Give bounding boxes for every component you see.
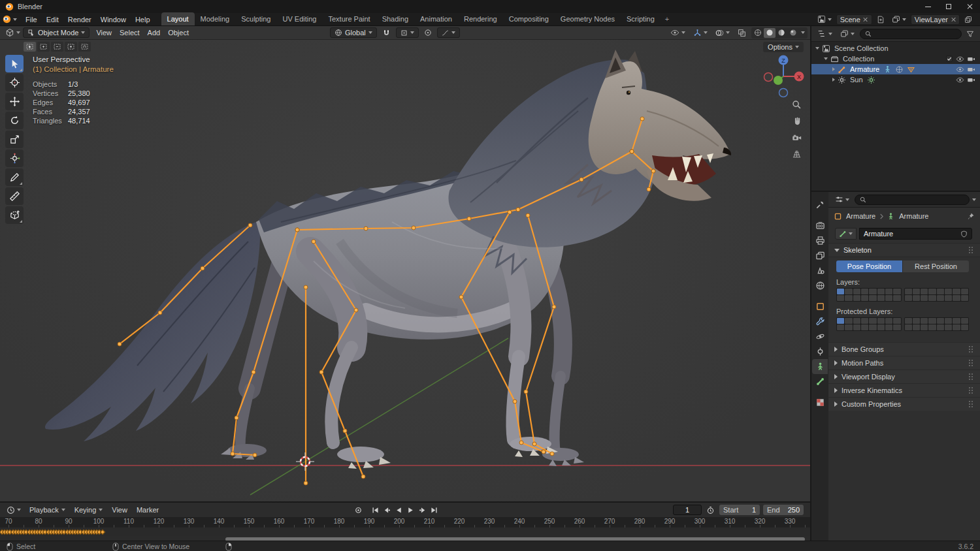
- properties-tab-render[interactable]: [812, 218, 828, 233]
- layer-toggle[interactable]: [921, 318, 928, 324]
- outliner-row-sun[interactable]: Sun: [811, 74, 980, 85]
- layer-toggle[interactable]: [877, 324, 885, 330]
- layer-toggle[interactable]: [837, 295, 844, 301]
- outliner-filter-icon[interactable]: [964, 29, 976, 39]
- layer-toggle[interactable]: [905, 295, 912, 301]
- eye-icon[interactable]: [955, 65, 965, 74]
- remove-viewlayer-icon[interactable]: [951, 17, 956, 22]
- layer-toggle[interactable]: [853, 295, 860, 301]
- show-overlays-toggle[interactable]: [713, 27, 732, 38]
- snap-toggle[interactable]: [380, 27, 393, 38]
- rest-position-button[interactable]: Rest Position: [903, 260, 969, 272]
- outliner-row-armature[interactable]: Armature: [811, 64, 980, 74]
- layer-toggle[interactable]: [893, 295, 900, 301]
- workspace-tab-sculpting[interactable]: Sculpting: [235, 12, 276, 25]
- layer-toggle[interactable]: [905, 289, 912, 294]
- play-button[interactable]: [405, 505, 416, 515]
- select-mode-new[interactable]: [24, 42, 36, 52]
- viewlayer-selector[interactable]: ViewLayer: [911, 14, 960, 25]
- select-mode-intersect[interactable]: [78, 42, 91, 52]
- pan-hand-icon[interactable]: [791, 115, 802, 127]
- viewport-menu-object[interactable]: Object: [164, 26, 193, 39]
- layer-toggle[interactable]: [937, 324, 944, 330]
- layer-toggle[interactable]: [845, 289, 852, 294]
- layer-toggle[interactable]: [837, 318, 844, 324]
- layer-toggle[interactable]: [885, 289, 892, 294]
- menu-edit[interactable]: Edit: [42, 13, 63, 26]
- camera-icon[interactable]: [966, 54, 976, 64]
- add-workspace-button[interactable]: +: [661, 12, 674, 25]
- browse-viewlayer-button[interactable]: [889, 14, 909, 25]
- workspace-tab-animation[interactable]: Animation: [414, 12, 458, 25]
- frame-end-field[interactable]: End250: [763, 505, 804, 515]
- outliner-row-scene-collection[interactable]: Scene Collection: [811, 43, 980, 54]
- zoom-icon[interactable]: [791, 99, 802, 110]
- layer-toggle[interactable]: [953, 318, 960, 324]
- scale-tool[interactable]: [5, 131, 24, 148]
- editor-type-button-properties[interactable]: [832, 195, 852, 205]
- layer-toggle[interactable]: [913, 289, 920, 294]
- workspace-tab-texture-paint[interactable]: Texture Paint: [322, 12, 376, 25]
- layer-toggle[interactable]: [905, 324, 912, 330]
- layer-toggle[interactable]: [853, 324, 860, 330]
- mode-selector[interactable]: Object Mode: [23, 27, 90, 38]
- workspace-tab-shading[interactable]: Shading: [376, 12, 414, 25]
- properties-tab-tool[interactable]: [812, 197, 828, 212]
- eye-icon[interactable]: [955, 75, 965, 85]
- layer-toggle[interactable]: [861, 295, 868, 301]
- annotate-tool[interactable]: [5, 168, 24, 186]
- layer-toggle[interactable]: [928, 295, 936, 301]
- properties-tab-physics[interactable]: [812, 329, 828, 344]
- layer-toggle[interactable]: [953, 324, 960, 330]
- layer-toggle[interactable]: [893, 324, 900, 330]
- shading-solid-button[interactable]: [764, 28, 776, 38]
- pose-position-button[interactable]: Pose Position: [836, 260, 903, 272]
- maximize-button[interactable]: [938, 0, 959, 13]
- timeline-menu-playback[interactable]: Playback: [25, 503, 70, 517]
- toggle-xray[interactable]: [735, 27, 749, 38]
- properties-search-input[interactable]: [855, 195, 970, 205]
- layer-toggle[interactable]: [953, 289, 960, 294]
- layer-toggle[interactable]: [937, 295, 944, 301]
- proportional-editing-toggle[interactable]: [421, 27, 434, 38]
- layer-toggle[interactable]: [945, 289, 952, 294]
- layer-toggle[interactable]: [853, 318, 860, 324]
- preview-range-icon[interactable]: [705, 505, 716, 515]
- snap-settings-dropdown[interactable]: [396, 27, 419, 38]
- eye-icon[interactable]: [955, 54, 965, 64]
- move-tool[interactable]: [5, 93, 24, 110]
- panel-header-motion-paths[interactable]: Motion Paths: [828, 356, 980, 370]
- layer-toggle[interactable]: [893, 289, 900, 294]
- measure-tool[interactable]: [5, 187, 24, 205]
- previous-keyframe-button[interactable]: [382, 505, 393, 515]
- workspace-tab-geometry-nodes[interactable]: Geometry Nodes: [555, 12, 621, 25]
- layer-toggle[interactable]: [861, 289, 868, 294]
- armature-name-field[interactable]: Armature: [859, 228, 972, 240]
- layer-toggle[interactable]: [928, 324, 936, 330]
- wolf-model[interactable]: [45, 50, 731, 469]
- shading-rendered-button[interactable]: [787, 28, 799, 38]
- layer-toggle[interactable]: [869, 324, 876, 330]
- transform-tool[interactable]: [5, 150, 24, 167]
- panel-header-inverse-kinematics[interactable]: Inverse Kinematics: [828, 383, 980, 397]
- show-gizmo-toggle[interactable]: [691, 27, 710, 38]
- rotate-tool[interactable]: [5, 112, 24, 129]
- layer-toggle[interactable]: [885, 295, 892, 301]
- layer-toggle[interactable]: [885, 318, 892, 324]
- layer-toggle[interactable]: [845, 324, 852, 330]
- browse-scene-button[interactable]: [815, 14, 834, 25]
- fake-user-icon[interactable]: [960, 230, 968, 238]
- workspace-tab-scripting[interactable]: Scripting: [621, 12, 661, 25]
- menu-window[interactable]: Window: [96, 13, 131, 26]
- proportional-falloff-dropdown[interactable]: [437, 27, 460, 38]
- select-mode-subtract[interactable]: [51, 42, 63, 52]
- panel-header-bone-groups[interactable]: Bone Groups: [828, 342, 980, 356]
- camera-view-icon[interactable]: [791, 131, 802, 143]
- workspace-tab-compositing[interactable]: Compositing: [503, 12, 555, 25]
- navigation-gizmo[interactable]: Z X: [764, 55, 804, 97]
- breadcrumb-object[interactable]: Armature: [845, 212, 877, 220]
- layer-toggle[interactable]: [861, 324, 868, 330]
- timeline-menu-keying[interactable]: Keying: [70, 503, 108, 517]
- close-button[interactable]: [959, 0, 980, 13]
- layer-toggle[interactable]: [961, 324, 968, 330]
